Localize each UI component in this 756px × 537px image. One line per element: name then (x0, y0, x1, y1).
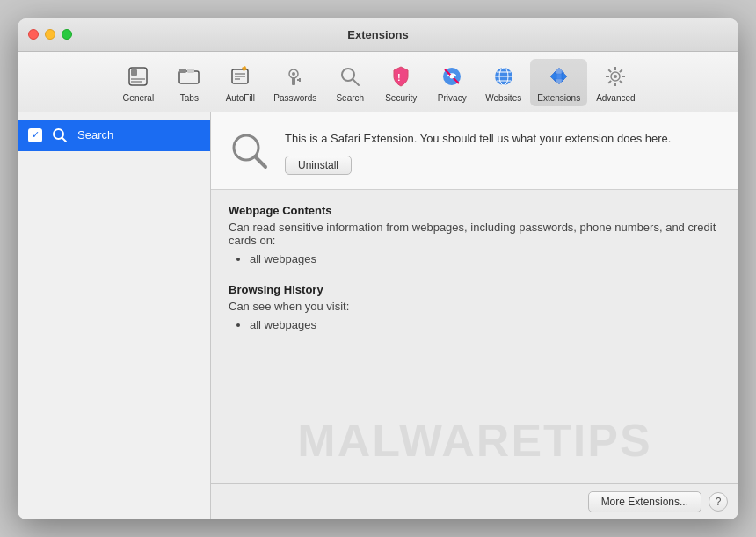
toolbar-label-privacy: Privacy (438, 93, 467, 103)
toolbar-item-autofill[interactable]: AutoFill (215, 59, 265, 106)
toolbar-label-advanced: Advanced (596, 93, 635, 103)
toolbar-label-extensions: Extensions (537, 93, 580, 103)
permission-item: all webpages (250, 250, 721, 269)
svg-text:!: ! (397, 72, 401, 83)
svg-line-34 (620, 80, 622, 83)
toolbar: General Tabs (18, 52, 738, 112)
permission-title-webpage-contents: Webpage Contents (229, 204, 721, 217)
privacy-icon (438, 62, 466, 91)
svg-rect-6 (187, 69, 194, 73)
maximize-button[interactable] (62, 29, 72, 40)
permission-title-browsing-history: Browsing History (229, 283, 721, 296)
svg-rect-1 (131, 69, 137, 76)
minimize-button[interactable] (45, 29, 55, 40)
svg-line-36 (609, 80, 612, 83)
permission-list-browsing-history: all webpages (229, 316, 721, 335)
extension-description: This is a Safari Extension. You should t… (285, 130, 721, 148)
sidebar-item-search-extension[interactable]: ✓ Search (18, 120, 210, 151)
extension-name-label: Search (77, 128, 113, 142)
tabs-icon (175, 62, 203, 91)
traffic-lights (28, 29, 72, 40)
permissions-section: Webpage Contents Can read sensitive info… (211, 190, 738, 483)
extension-checkbox[interactable]: ✓ (28, 128, 42, 142)
advanced-icon (601, 62, 629, 91)
sidebar: ✓ Search (18, 112, 211, 519)
toolbar-label-search: Search (336, 93, 364, 103)
toolbar-item-passwords[interactable]: Passwords (266, 59, 323, 106)
uninstall-button[interactable]: Uninstall (285, 156, 352, 175)
svg-rect-5 (179, 69, 186, 73)
more-extensions-button[interactable]: More Extensions... (588, 491, 701, 512)
search-toolbar-icon (336, 62, 364, 91)
permission-desc-webpage-contents: Can read sensitive information from webp… (229, 221, 721, 247)
security-icon: ! (387, 62, 415, 91)
permission-list-webpage-contents: all webpages (229, 250, 721, 269)
svg-rect-12 (292, 77, 295, 85)
websites-icon (490, 62, 518, 91)
permission-group-browsing-history: Browsing History Can see when you visit:… (229, 283, 721, 335)
main-window: Extensions General (18, 18, 738, 519)
title-bar: Extensions (18, 18, 738, 52)
svg-point-28 (614, 75, 617, 78)
extension-large-icon (229, 130, 271, 172)
svg-line-17 (353, 79, 360, 85)
toolbar-item-tabs[interactable]: Tabs (164, 59, 214, 106)
svg-line-33 (609, 69, 612, 72)
toolbar-label-security: Security (385, 93, 417, 103)
svg-line-38 (62, 137, 67, 142)
window-title: Extensions (347, 28, 408, 41)
svg-rect-4 (179, 71, 199, 83)
extension-details: This is a Safari Extension. You should t… (285, 130, 721, 176)
detail-panel: MALWARETIPS This is a Safari Extension. … (211, 112, 738, 519)
permission-group-webpage-contents: Webpage Contents Can read sensitive info… (229, 204, 721, 269)
toolbar-item-websites[interactable]: Websites (478, 59, 528, 106)
toolbar-label-autofill: AutoFill (226, 93, 255, 103)
close-button[interactable] (28, 29, 39, 40)
toolbar-item-security[interactable]: ! Security (376, 59, 425, 106)
toolbar-item-privacy[interactable]: Privacy (427, 59, 476, 106)
toolbar-label-general: General (123, 93, 155, 103)
passwords-icon (281, 62, 309, 91)
toolbar-item-extensions[interactable]: Extensions (530, 59, 587, 106)
main-content: ✓ Search MALWARETIPS (18, 112, 738, 519)
toolbar-label-websites: Websites (485, 93, 521, 103)
toolbar-label-tabs: Tabs (180, 93, 199, 103)
extension-info-section: This is a Safari Extension. You should t… (211, 112, 738, 191)
permission-item: all webpages (250, 316, 721, 335)
toolbar-label-passwords: Passwords (273, 93, 316, 103)
footer: More Extensions... ? (211, 483, 738, 519)
toolbar-item-advanced[interactable]: Advanced (589, 59, 642, 106)
svg-line-35 (620, 69, 622, 72)
svg-point-21 (450, 74, 454, 78)
toolbar-item-general[interactable]: General (113, 59, 163, 106)
autofill-icon (226, 62, 254, 91)
general-icon (124, 62, 152, 91)
toolbar-item-search[interactable]: Search (325, 59, 374, 106)
help-button[interactable]: ? (709, 492, 728, 512)
extensions-icon (545, 62, 573, 91)
permission-desc-browsing-history: Can see when you visit: (229, 300, 721, 313)
svg-line-40 (255, 156, 265, 167)
svg-point-13 (292, 72, 295, 76)
extension-search-icon (49, 125, 70, 146)
